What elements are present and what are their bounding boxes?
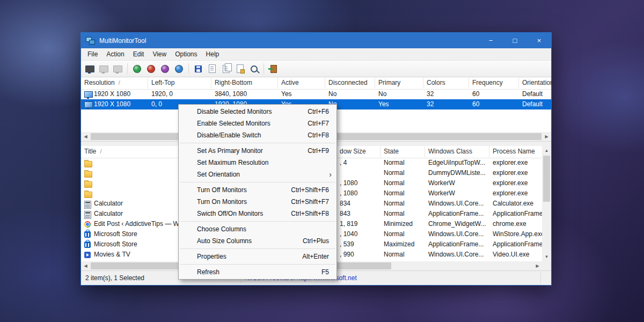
orientation-icon[interactable] (159, 63, 171, 75)
menu-bar: FileActionEditViewOptionsHelp (81, 48, 551, 60)
windows-vscrollbar[interactable]: ▲ ▼ (542, 146, 551, 261)
sort-indicator-icon: / (100, 148, 101, 155)
col-resolution-label: Resolution (84, 79, 115, 86)
col-state[interactable]: State (380, 146, 425, 157)
store-icon (84, 231, 91, 238)
context-item-set-as-primary-monitor[interactable]: Set As Primary MonitorCtrl+F9 (179, 145, 336, 157)
menu-action[interactable]: Action (102, 48, 128, 60)
menu-options[interactable]: Options (171, 48, 201, 60)
col-left-top[interactable]: Left-Top (148, 77, 211, 89)
desktop-background: MultiMonitorTool − □ × FileActionEditVie… (0, 0, 644, 322)
windows-vscroll-thumb[interactable] (543, 156, 550, 202)
monitor-icon[interactable] (84, 63, 96, 75)
minimize-button[interactable]: − (479, 33, 503, 48)
toolbar-separator (127, 63, 128, 74)
menu-separator (180, 248, 335, 249)
movies-icon (84, 252, 91, 258)
col-frequency[interactable]: Frequency (469, 77, 519, 89)
col-primary[interactable]: Primary (375, 77, 423, 89)
col-resolution[interactable]: Resolution/ (81, 77, 148, 89)
scroll-up-icon[interactable]: ▲ (542, 146, 551, 155)
col-title-label: Title (84, 148, 96, 155)
menu-separator (180, 221, 335, 222)
menu-help[interactable]: Help (202, 48, 224, 60)
primary-monitor-icon[interactable] (131, 63, 143, 75)
context-menu: Disable Selected MonitorsCtrl+F6Enable S… (178, 104, 337, 280)
context-item-enable-selected-monitors[interactable]: Enable Selected MonitorsCtrl+F7 (179, 118, 336, 129)
refresh-monitors-icon[interactable] (173, 63, 185, 75)
context-item-turn-on-monitors[interactable]: Turn On MonitorsCtrl+Shift+F7 (179, 196, 336, 208)
calculator-icon (84, 211, 91, 219)
context-item-disable-enable-switch[interactable]: Disable/Enable SwitchCtrl+F8 (179, 129, 336, 141)
calculator-icon (84, 201, 91, 209)
context-item-disable-selected-monitors[interactable]: Disable Selected MonitorsCtrl+F6 (179, 106, 336, 118)
context-item-properties[interactable]: PropertiesAlt+Enter (179, 251, 336, 262)
turn-off-monitors-icon[interactable] (145, 63, 157, 75)
scroll-right-icon[interactable]: ▶ (533, 261, 542, 270)
menu-view[interactable]: View (148, 48, 171, 60)
context-item-set-maximum-resolution[interactable]: Set Maximum Resolution (179, 157, 336, 169)
monitor-icon (84, 101, 93, 108)
status-divider (540, 273, 541, 283)
store-icon (84, 241, 91, 248)
context-item-turn-off-monitors[interactable]: Turn Off MonitorsCtrl+Shift+F6 (179, 184, 336, 196)
find-icon[interactable] (248, 63, 260, 75)
menu-separator (180, 143, 335, 143)
enable-monitor-icon[interactable] (112, 63, 124, 75)
app-icon (86, 37, 95, 45)
monitors-header: Resolution/ Left-Top Right-Bottom Active… (81, 77, 551, 90)
col-active[interactable]: Active (278, 77, 325, 89)
submenu-arrow-icon: › (329, 170, 332, 179)
copy-icon[interactable] (220, 63, 232, 75)
folder-icon (84, 181, 92, 188)
toolbar-separator (188, 63, 189, 74)
html-report-icon[interactable] (206, 63, 218, 75)
scroll-left-icon[interactable]: ◀ (81, 261, 90, 270)
monitor-icon (84, 91, 93, 98)
context-item-auto-size-columns[interactable]: Auto Size ColumnsCtrl+Plus (179, 235, 336, 247)
close-button[interactable]: × (527, 33, 551, 48)
toolbar-separator (264, 63, 264, 74)
context-item-set-orientation[interactable]: Set Orientation› (179, 169, 336, 180)
exit-icon[interactable] (267, 63, 280, 75)
window-controls: − □ × (479, 33, 551, 48)
title-bar[interactable]: MultiMonitorTool − □ × (81, 33, 551, 48)
folder-icon (84, 171, 92, 178)
col-colors[interactable]: Colors (423, 77, 469, 89)
col-process-name[interactable]: Process Name (489, 146, 543, 157)
folder-icon (84, 161, 92, 167)
scroll-down-icon[interactable]: ▼ (542, 252, 551, 261)
scroll-right-icon[interactable]: ▶ (542, 132, 551, 141)
menu-edit[interactable]: Edit (129, 48, 149, 60)
sort-indicator-icon: / (119, 79, 120, 86)
folder-icon (84, 192, 92, 198)
scrollbar-corner (542, 261, 551, 270)
menu-separator (180, 264, 335, 265)
maximize-button[interactable]: □ (503, 33, 527, 48)
disable-monitor-icon[interactable] (98, 63, 110, 75)
context-item-swicth-off-on-monitors[interactable]: Swicth Off/On MonitorsCtrl+Shift+F8 (179, 208, 336, 219)
monitor-row[interactable]: 1920 X 10801920, 03840, 1080YesNoNo3260D… (81, 89, 551, 99)
col-window-size[interactable]: dow Size (336, 146, 380, 157)
properties-icon[interactable] (234, 63, 246, 75)
window-title: MultiMonitorTool (99, 37, 146, 45)
chrome-icon (84, 221, 91, 228)
scroll-left-icon[interactable]: ◀ (81, 132, 90, 141)
col-disconnected[interactable]: Disconnected (325, 77, 375, 89)
save-icon[interactable] (192, 63, 204, 75)
menu-separator (180, 182, 335, 182)
context-item-choose-columns[interactable]: Choose Columns (179, 223, 336, 235)
context-item-refresh[interactable]: RefreshF5 (179, 266, 336, 278)
col-windows-class[interactable]: Windows Class (425, 146, 489, 157)
col-right-bottom[interactable]: Right-Bottom (211, 77, 278, 89)
menu-file[interactable]: File (83, 48, 102, 60)
col-orientation[interactable]: Orientation (519, 77, 552, 89)
toolbar (81, 60, 551, 77)
status-item-count: 2 item(s), 1 Selected (85, 274, 144, 282)
